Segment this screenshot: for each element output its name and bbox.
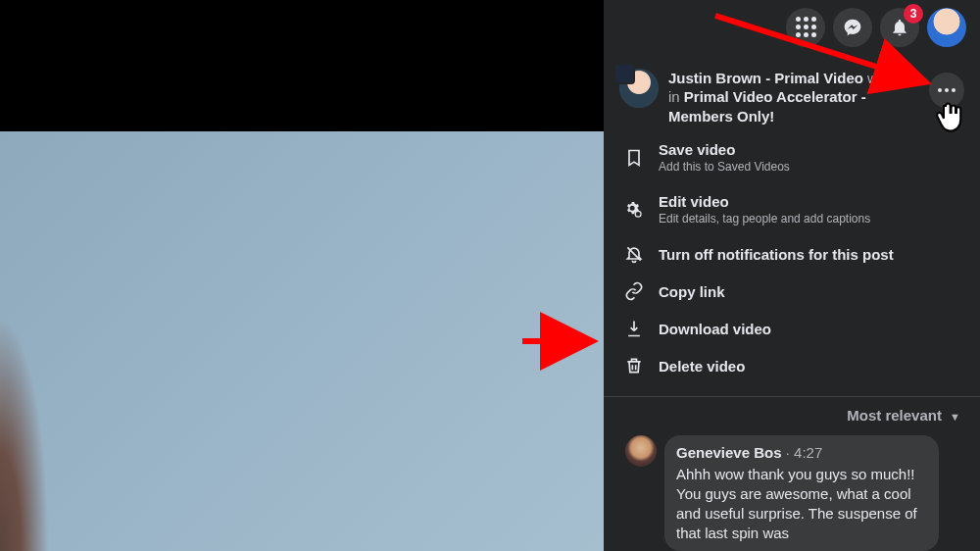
bookmark-icon <box>623 148 645 168</box>
messenger-button[interactable] <box>833 8 872 47</box>
svg-point-0 <box>635 211 641 217</box>
options-menu: Save video Add this to Saved Videos Edit… <box>612 131 972 384</box>
messenger-icon <box>843 18 862 37</box>
menu-item-desc: Edit details, tag people and add caption… <box>659 212 870 227</box>
post-author-avatar[interactable] <box>619 69 659 108</box>
menu-delete-video[interactable]: Delete video <box>612 347 972 384</box>
ellipsis-icon <box>938 88 956 92</box>
topbar: 3 <box>604 0 980 55</box>
chevron-down-icon: ▼ <box>950 411 960 423</box>
post-author[interactable]: Justin Brown - Primal Video <box>668 70 863 86</box>
comment: Genevieve Bos · 4:27 Ahhh wow thank you … <box>604 429 980 551</box>
gear-icon <box>623 200 645 220</box>
trash-icon <box>623 356 645 376</box>
notification-badge: 3 <box>904 4 923 24</box>
comment-text: Ahhh wow thank you guys so much!! You gu… <box>676 465 927 543</box>
video-frame <box>0 131 604 551</box>
menu-item-label: Copy link <box>659 282 725 302</box>
comment-avatar[interactable] <box>625 435 657 467</box>
menu-item-label: Turn off notifications for this post <box>659 245 894 265</box>
video-player[interactable] <box>0 0 604 551</box>
menu-item-label: Download video <box>659 320 771 339</box>
menu-item-label: Save video <box>659 140 790 160</box>
menu-turn-off-notifications[interactable]: Turn off notifications for this post <box>612 235 972 273</box>
download-icon <box>623 319 645 338</box>
menu-item-label: Edit video <box>659 192 870 212</box>
post-group[interactable]: Primal Video Accelerator - Members Only! <box>668 88 866 125</box>
sidebar-panel: 3 Justin Brown - Primal Video was live i… <box>604 0 980 551</box>
menu-item-desc: Add this to Saved Videos <box>659 160 790 175</box>
comment-author[interactable]: Genevieve Bos <box>676 444 782 461</box>
comment-sep: · <box>782 444 795 461</box>
post-info: Justin Brown - Primal Video was live in … <box>668 69 923 126</box>
notifications-button[interactable]: 3 <box>880 8 919 47</box>
link-icon <box>623 281 645 301</box>
menu-grid-button[interactable] <box>786 8 825 47</box>
sort-label: Most relevant <box>847 407 942 424</box>
menu-save-video[interactable]: Save video Add this to Saved Videos <box>612 131 972 183</box>
comment-time[interactable]: 4:27 <box>794 444 822 461</box>
bell-off-icon <box>623 244 645 264</box>
menu-copy-link[interactable]: Copy link <box>612 273 972 310</box>
more-options-button[interactable] <box>929 73 964 108</box>
profile-avatar[interactable] <box>927 8 966 47</box>
menu-download-video[interactable]: Download video <box>612 310 972 347</box>
comment-sort-dropdown[interactable]: Most relevant ▼ <box>604 397 980 429</box>
menu-item-label: Delete video <box>659 357 745 376</box>
grid-icon <box>796 17 816 37</box>
comment-bubble[interactable]: Genevieve Bos · 4:27 Ahhh wow thank you … <box>664 435 939 551</box>
post-header: Justin Brown - Primal Video was live in … <box>604 55 980 126</box>
menu-edit-video[interactable]: Edit video Edit details, tag people and … <box>612 183 972 235</box>
